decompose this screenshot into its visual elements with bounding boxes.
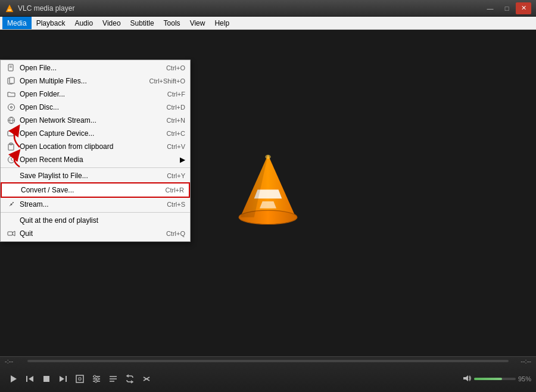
svg-point-16 — [11, 107, 13, 108]
svg-rect-1 — [8, 10, 11, 11]
menu-playback[interactable]: Playback — [32, 17, 70, 29]
menu-open-recent[interactable]: Open Recent Media ▶ — [1, 153, 190, 166]
seekbar-container: -:-- --:-- — [0, 357, 536, 365]
video-area: Open File... Ctrl+O Open Multiple Files.… — [0, 30, 536, 356]
maximize-button[interactable]: □ — [499, 2, 515, 14]
arrow-location — [5, 152, 23, 170]
network-icon — [5, 116, 17, 125]
volume-icon — [462, 374, 472, 385]
save-icon — [5, 171, 17, 181]
volume-section: 95% — [462, 374, 531, 385]
save-playlist-label: Save Playlist to File... — [20, 172, 155, 180]
menu-open-disc[interactable]: Open Disc... Ctrl+D — [1, 101, 190, 114]
loop-button[interactable] — [121, 371, 138, 387]
quit-label: Quit — [20, 229, 154, 238]
svg-point-38 — [94, 375, 96, 378]
volume-slider[interactable] — [474, 378, 516, 380]
menubar: Media Playback Audio Video Subtitle Tool… — [0, 17, 536, 30]
seekbar[interactable] — [27, 360, 509, 362]
svg-point-40 — [95, 380, 97, 382]
fullscreen-button[interactable] — [71, 371, 88, 387]
window-title: VLC media player — [18, 4, 481, 13]
convert-icon — [7, 185, 18, 195]
svg-marker-32 — [60, 376, 64, 382]
open-network-shortcut: Ctrl+N — [167, 117, 185, 124]
svg-point-8 — [265, 155, 270, 159]
svg-rect-14 — [10, 77, 14, 83]
extended-settings-button[interactable] — [88, 371, 105, 387]
open-multiple-shortcut: Ctrl+Shift+O — [149, 77, 185, 85]
stream-icon — [5, 200, 17, 209]
multiple-files-icon — [5, 76, 17, 86]
menu-subtitle[interactable]: Subtitle — [126, 17, 159, 29]
quit-end-icon — [5, 216, 17, 225]
menu-open-multiple[interactable]: Open Multiple Files... Ctrl+Shift+O — [1, 74, 190, 88]
svg-marker-46 — [463, 375, 468, 381]
svg-rect-31 — [66, 376, 67, 382]
time-elapsed: -:-- — [5, 357, 23, 365]
menu-stream[interactable]: Stream... Ctrl+S — [1, 198, 190, 211]
vlc-cone — [232, 151, 304, 235]
open-capture-label: Open Capture Device... — [20, 129, 155, 138]
file-icon — [5, 63, 17, 73]
menu-save-playlist[interactable]: Save Playlist to File... Ctrl+Y — [1, 169, 190, 182]
menu-view[interactable]: View — [185, 17, 210, 29]
volume-fill — [474, 378, 502, 380]
time-total: --:-- — [513, 357, 531, 365]
menu-convert-save[interactable]: Convert / Save... Ctrl+R — [1, 182, 190, 198]
svg-marker-5 — [260, 201, 276, 209]
playlist-button[interactable] — [105, 371, 121, 387]
svg-rect-33 — [76, 375, 83, 382]
shuffle-button[interactable] — [138, 371, 155, 387]
open-disc-label: Open Disc... — [20, 103, 155, 111]
svg-point-15 — [8, 104, 15, 111]
svg-rect-26 — [8, 232, 13, 235]
skip-forward-button[interactable] — [55, 371, 71, 387]
stream-shortcut: Ctrl+S — [167, 201, 185, 208]
menu-tools[interactable]: Tools — [159, 17, 185, 29]
disc-icon — [5, 102, 17, 112]
svg-rect-10 — [8, 64, 13, 71]
open-file-label: Open File... — [20, 64, 154, 72]
menu-open-capture[interactable]: Open Capture Device... Ctrl+C — [1, 127, 190, 140]
open-folder-shortcut: Ctrl+F — [167, 91, 185, 98]
stop-button[interactable] — [38, 371, 55, 387]
menu-help[interactable]: Help — [210, 17, 234, 29]
open-capture-shortcut: Ctrl+C — [167, 130, 185, 137]
svg-marker-29 — [29, 376, 33, 382]
folder-icon — [5, 89, 17, 99]
separator-2 — [1, 212, 190, 213]
play-button[interactable] — [5, 371, 21, 387]
open-multiple-label: Open Multiple Files... — [20, 77, 137, 85]
menu-video[interactable]: Video — [98, 17, 125, 29]
minimize-button[interactable]: — — [482, 2, 498, 14]
quit-shortcut: Ctrl+Q — [166, 230, 185, 237]
arrow-network — [5, 126, 23, 150]
close-button[interactable]: ✕ — [516, 2, 531, 14]
controls-bar: -:-- --:-- — [0, 356, 536, 392]
svg-marker-34 — [79, 378, 81, 380]
titlebar: VLC media player — □ ✕ — [0, 0, 536, 17]
open-disc-shortcut: Ctrl+D — [167, 104, 185, 111]
stream-label: Stream... — [20, 200, 155, 209]
menu-quit-end[interactable]: Quit at the end of playlist — [1, 214, 190, 227]
menu-open-network[interactable]: Open Network Stream... Ctrl+N — [1, 114, 190, 127]
menu-quit[interactable]: Quit Ctrl+Q — [1, 227, 190, 240]
separator-1 — [1, 167, 190, 168]
save-playlist-shortcut: Ctrl+Y — [167, 172, 185, 179]
volume-percentage: 95% — [518, 375, 531, 382]
open-location-shortcut: Ctrl+V — [167, 143, 185, 150]
open-network-label: Open Network Stream... — [20, 116, 155, 125]
menu-open-location[interactable]: Open Location from clipboard Ctrl+V — [1, 140, 190, 153]
skip-back-button[interactable] — [21, 371, 38, 387]
svg-marker-0 — [6, 5, 13, 12]
menu-open-folder[interactable]: Open Folder... Ctrl+F — [1, 88, 190, 101]
svg-point-39 — [96, 378, 99, 380]
menu-media[interactable]: Media — [2, 17, 32, 29]
menu-open-file[interactable]: Open File... Ctrl+O — [1, 61, 190, 74]
quit-end-label: Quit at the end of playlist — [20, 216, 173, 225]
app-icon — [5, 4, 14, 13]
playback-controls: 95% — [0, 365, 536, 392]
menu-audio[interactable]: Audio — [70, 17, 98, 29]
open-location-label: Open Location from clipboard — [20, 142, 155, 151]
